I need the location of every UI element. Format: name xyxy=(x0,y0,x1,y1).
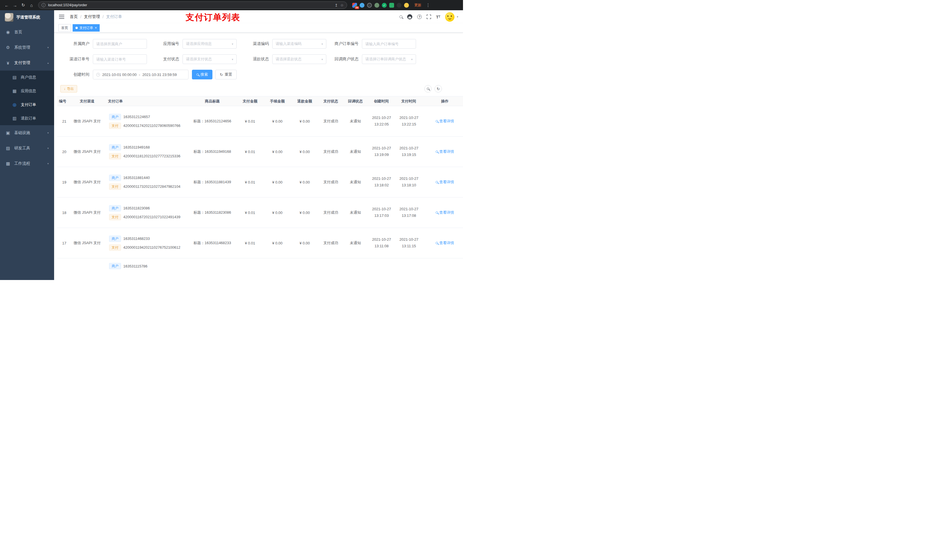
extension-icon-2[interactable] xyxy=(360,3,365,8)
cell-id: 17 xyxy=(57,228,69,258)
merchant-order-input[interactable] xyxy=(362,39,416,49)
reset-button-label: 重置 xyxy=(225,72,232,77)
breadcrumb-home[interactable]: 首页 xyxy=(70,14,78,20)
tab-pay-order[interactable]: 支付订单 xyxy=(73,24,100,32)
merchant-order-no: 1635311881440 xyxy=(123,175,150,180)
reset-button[interactable]: 重置 xyxy=(215,70,237,79)
browser-toolbar: localhost:1024/pay/order 10 更新 xyxy=(0,0,463,10)
cell-amount: ¥ 0.01 xyxy=(236,106,264,137)
extension-icon-1[interactable]: 10 xyxy=(352,3,357,8)
sidebar-item-pay-order[interactable]: 支付订单 xyxy=(0,98,54,112)
search-button[interactable]: 搜索 xyxy=(192,70,212,79)
refund-status-select[interactable]: 请选择退款状态 xyxy=(272,54,326,64)
site-info-icon[interactable] xyxy=(42,3,45,7)
sidebar-item-label: 研发工具 xyxy=(14,146,30,151)
channel-order-no: 4200001181202110277723215336 xyxy=(123,154,180,158)
view-detail-link[interactable]: 查看详情 xyxy=(436,240,454,246)
sidebar-item-home[interactable]: 首页 xyxy=(0,24,54,40)
toggle-search-icon[interactable] xyxy=(424,85,432,92)
extension-icon-8[interactable] xyxy=(404,3,409,8)
app-id-select[interactable]: 请选择应用信息 xyxy=(183,39,237,49)
extension-icon-6[interactable] xyxy=(389,3,394,8)
chevron-down-icon xyxy=(321,58,323,61)
breadcrumb-current: 支付订单 xyxy=(106,14,122,20)
browser-update-button[interactable]: 更新 xyxy=(412,2,424,9)
cell-pay-order: 商户1635311468233 支付4200001194202110276752… xyxy=(108,235,186,251)
search-icon[interactable] xyxy=(399,15,402,18)
chevron-down-icon xyxy=(232,58,233,61)
app-logo xyxy=(5,13,14,22)
pay-status-label: 支付状态 xyxy=(147,57,183,62)
view-detail-label: 查看详情 xyxy=(439,180,454,185)
address-bar[interactable]: localhost:1024/pay/order xyxy=(38,2,347,9)
col-header-refund: 退款金额 xyxy=(291,97,318,106)
pay-status-select[interactable]: 请选择支付状态 xyxy=(183,54,237,64)
filter-row-3: 创建时间 2021-10-01 00:00:00 - 2021-10-31 23… xyxy=(57,70,463,79)
search-icon xyxy=(436,181,438,183)
cell-refund: ¥ 0.00 xyxy=(291,167,318,198)
font-size-icon[interactable]: TT xyxy=(436,15,440,19)
breadcrumb-payment[interactable]: 支付管理 xyxy=(84,14,100,20)
orders-table-container: 编号 支付渠道 支付订单 商品标题 支付金额 手续金额 退款金额 支付状态 回调… xyxy=(57,96,463,280)
col-header-created: 创建时间 xyxy=(368,97,395,106)
view-detail-label: 查看详情 xyxy=(439,240,454,246)
merchant-tag: 商户 xyxy=(109,144,121,151)
channel-code-select[interactable]: 请输入渠道编码 xyxy=(272,39,326,49)
extension-icon-3[interactable] xyxy=(367,3,372,8)
cell-title: 标题：1635311881439 xyxy=(188,167,236,198)
cell-status: 支付成功 xyxy=(318,106,343,137)
github-icon[interactable] xyxy=(407,14,412,20)
help-icon[interactable] xyxy=(417,15,422,19)
create-time-range-picker[interactable]: 2021-10-01 00:00:00 - 2021-10-31 23:59:5… xyxy=(93,70,189,79)
callback-status-label: 回调商户状态 xyxy=(326,57,362,62)
tag-tabs-bar: 首页 支付订单 xyxy=(54,23,463,33)
close-icon[interactable] xyxy=(95,26,97,30)
cell-fee: ¥ 0.00 xyxy=(264,106,291,137)
sidebar-item-dev-tools[interactable]: 研发工具 xyxy=(0,140,54,156)
sidebar-item-payment[interactable]: 支付管理 xyxy=(0,55,54,71)
fullscreen-icon[interactable] xyxy=(427,15,431,19)
sidebar-item-system[interactable]: 系统管理 xyxy=(0,40,54,55)
merchant-label: 所属商户 xyxy=(57,41,93,46)
sidebar-item-app-info[interactable]: 应用信息 xyxy=(0,84,54,98)
chevron-down-icon xyxy=(321,42,323,45)
tab-home[interactable]: 首页 xyxy=(58,24,71,32)
avatar[interactable] xyxy=(445,12,454,22)
refresh-table-icon[interactable] xyxy=(434,85,442,92)
view-detail-link[interactable]: 查看详情 xyxy=(436,210,454,215)
share-icon[interactable] xyxy=(334,3,338,8)
cell-amount: ¥ 0.01 xyxy=(236,228,264,258)
app-logo-row: 芋道管理系统 xyxy=(0,10,54,24)
callback-status-select[interactable]: 请选择订单回调商户状态 xyxy=(362,54,416,64)
pay-tag: 支付 xyxy=(109,184,121,190)
sidebar-item-label: 应用信息 xyxy=(21,89,36,94)
sidebar-item-merchant-info[interactable]: 商户信息 xyxy=(0,71,54,84)
refund-doc-icon xyxy=(12,116,17,121)
avatar-caret-icon[interactable] xyxy=(457,15,458,18)
sidebar-item-infrastructure[interactable]: 基础设施 xyxy=(0,125,54,140)
forward-icon[interactable] xyxy=(11,2,19,9)
view-detail-link[interactable]: 查看详情 xyxy=(436,119,454,124)
merchant-input[interactable] xyxy=(93,39,147,49)
cell-refund: ¥ 0.00 xyxy=(291,198,318,228)
sidebar-item-workflow[interactable]: 工作流程 xyxy=(0,156,54,171)
cell-channel: 微信 JSAPI 支付 xyxy=(69,106,106,137)
back-icon[interactable] xyxy=(3,2,11,9)
view-detail-link[interactable]: 查看详情 xyxy=(436,149,454,154)
extension-badge: 10 xyxy=(355,6,359,9)
sidebar-collapse-icon[interactable] xyxy=(59,15,64,19)
cell-notify: 未通知 xyxy=(343,137,368,167)
export-button[interactable]: 导出 xyxy=(61,85,77,92)
bookmark-star-icon[interactable] xyxy=(340,3,344,8)
reload-icon[interactable] xyxy=(20,2,27,9)
channel-order-input[interactable] xyxy=(93,54,147,64)
extension-icon-5[interactable] xyxy=(382,3,387,8)
extension-icon-7[interactable] xyxy=(396,3,401,8)
home-icon[interactable] xyxy=(27,2,35,9)
extension-icon-4[interactable] xyxy=(374,3,379,8)
sidebar-item-refund-order[interactable]: 退款订单 xyxy=(0,112,54,125)
cell-title: 标题：1635312124656 xyxy=(188,106,236,137)
browser-menu-icon[interactable] xyxy=(425,3,432,8)
view-detail-link[interactable]: 查看详情 xyxy=(436,180,454,185)
date-start-value: 2021-10-01 00:00:00 xyxy=(102,72,137,77)
